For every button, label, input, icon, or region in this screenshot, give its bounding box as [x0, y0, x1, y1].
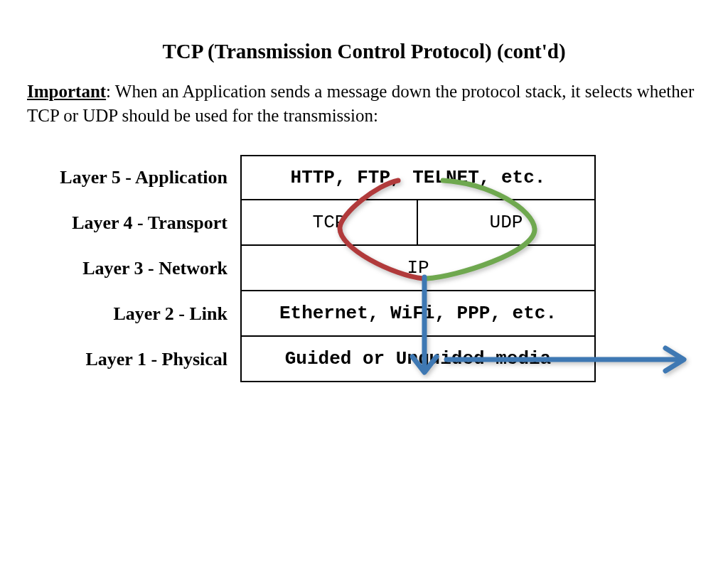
layer5-cell: HTTP, FTP, TELNET, etc. — [240, 155, 596, 200]
layer2-label: Layer 2 - Link — [27, 291, 240, 337]
page-title: TCP (Transmission Control Protocol) (con… — [0, 40, 728, 63]
important-label: Important — [27, 82, 106, 101]
important-note: Important: When an Application sends a m… — [27, 80, 701, 128]
layer5-label: Layer 5 - Application — [27, 155, 240, 200]
layer5-row: Layer 5 - Application HTTP, FTP, TELNET,… — [27, 155, 701, 200]
important-text: When an Application sends a message down… — [27, 82, 694, 125]
layer1-label: Layer 1 - Physical — [27, 337, 240, 382]
layer1-row: Layer 1 - Physical Guided or Unguided me… — [27, 337, 701, 382]
protocol-stack-diagram: Layer 5 - Application HTTP, FTP, TELNET,… — [27, 155, 701, 382]
layer2-row: Layer 2 - Link Ethernet, WiFi, PPP, etc. — [27, 291, 701, 337]
layer3-row: Layer 3 - Network IP — [27, 246, 701, 291]
layer3-label: Layer 3 - Network — [27, 246, 240, 291]
layer4-row: Layer 4 - Transport TCP UDP — [27, 200, 701, 246]
layer1-cell: Guided or Unguided media — [240, 337, 596, 382]
layer2-cell: Ethernet, WiFi, PPP, etc. — [240, 291, 596, 337]
layer4-label: Layer 4 - Transport — [27, 200, 240, 246]
layer4-udp-cell: UDP — [418, 200, 596, 246]
layer4-tcp-cell: TCP — [240, 200, 418, 246]
layer3-cell: IP — [240, 246, 596, 291]
